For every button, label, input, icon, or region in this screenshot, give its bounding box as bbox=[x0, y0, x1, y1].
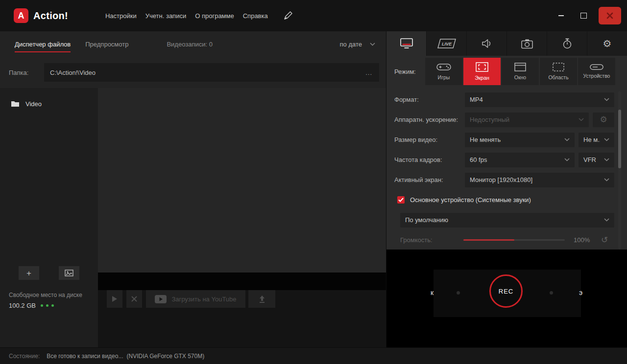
video-size-value: Не менять bbox=[470, 136, 501, 143]
free-space-value: 100.2 GB bbox=[9, 302, 36, 309]
file-manager-tab-bar: Диспетчер файлов Предпросмотр Видеозапис… bbox=[0, 31, 386, 57]
timeline-strip bbox=[98, 273, 386, 290]
disk-status-dots-icon bbox=[41, 304, 54, 307]
tab-file-manager[interactable]: Диспетчер файлов bbox=[15, 41, 71, 48]
disk-space-info: Свободное место на диске 100.2 GB bbox=[9, 292, 82, 309]
upload-to-youtube-button[interactable]: Загрузить на YouTube bbox=[146, 290, 245, 308]
video-size-secondary-dropdown[interactable]: Не м... bbox=[579, 133, 614, 147]
folder-item-label: Video bbox=[25, 100, 42, 108]
import-media-button[interactable] bbox=[59, 266, 79, 280]
tab-benchmark[interactable] bbox=[547, 31, 587, 56]
hud-dot-icon bbox=[457, 291, 460, 295]
framerate-mode-dropdown[interactable]: VFR bbox=[579, 153, 614, 167]
delete-x-icon bbox=[131, 296, 137, 302]
sort-label: по дате bbox=[340, 41, 362, 48]
recordings-count: Видеозаписи: 0 bbox=[167, 41, 213, 48]
mode-games-button[interactable]: Игры bbox=[425, 58, 462, 85]
hw-accel-value: Недоступный bbox=[470, 116, 509, 123]
video-size-dropdown[interactable]: Не менять bbox=[465, 133, 575, 147]
format-dropdown[interactable]: MP4 bbox=[465, 92, 614, 107]
chevron-down-icon bbox=[370, 43, 375, 46]
screen-draw-pen-icon[interactable] bbox=[283, 10, 293, 21]
hud-dot-icon bbox=[550, 291, 553, 295]
maximize-button[interactable] bbox=[572, 6, 595, 25]
chevron-down-icon bbox=[575, 118, 584, 121]
primary-device-checkbox[interactable] bbox=[397, 196, 405, 204]
app-title: Action! bbox=[33, 10, 68, 22]
folder-label: Папка: bbox=[9, 69, 44, 76]
settings-scrollbar[interactable] bbox=[618, 91, 621, 250]
video-size-label: Размер видео: bbox=[394, 136, 437, 143]
mode-window-label: Окно bbox=[514, 74, 526, 80]
primary-device-label: Основное устройство (Системные звуки) bbox=[410, 196, 531, 204]
status-text: Все готово к записи видео... bbox=[47, 353, 123, 360]
audio-device-row: По умолчанию bbox=[386, 210, 627, 230]
mode-screen-button[interactable]: Экран bbox=[463, 58, 501, 85]
gear-icon: ⚙ bbox=[603, 39, 612, 48]
audio-settings-section: Основное устройство (Системные звуки) По… bbox=[386, 190, 627, 250]
video-size-value2: Не м... bbox=[583, 136, 600, 143]
framerate-dropdown[interactable]: 60 fps bbox=[465, 153, 575, 167]
close-button[interactable] bbox=[599, 7, 621, 24]
reset-icon: ↺ bbox=[601, 236, 608, 244]
hw-accel-settings-button[interactable]: ⚙ bbox=[593, 113, 614, 127]
monitor-record-icon bbox=[400, 38, 413, 49]
volume-slider-fill bbox=[463, 239, 514, 241]
hud-preview-area: к REC э bbox=[386, 250, 627, 347]
format-row: Формат: MP4 bbox=[386, 90, 627, 110]
browse-folder-button[interactable]: ... bbox=[364, 69, 373, 76]
recordings-toolbar: Загрузить на YouTube bbox=[107, 290, 275, 308]
menu-about[interactable]: О программе bbox=[195, 12, 234, 20]
app-logo: A Action! bbox=[14, 8, 68, 23]
recordings-list-area: Загрузить на YouTube bbox=[98, 88, 386, 347]
export-upload-button[interactable] bbox=[248, 290, 275, 308]
mode-screen-label: Экран bbox=[475, 75, 489, 81]
play-recording-button[interactable] bbox=[107, 290, 122, 308]
volume-row: Громкость: 100% ↺ bbox=[386, 230, 627, 250]
file-manager-body: Video + Свободное место на диске bbox=[0, 88, 386, 347]
file-manager-panel: Диспетчер файлов Предпросмотр Видеозапис… bbox=[0, 31, 386, 347]
rec-label: REC bbox=[499, 288, 513, 295]
action-logo-icon: A bbox=[14, 8, 28, 23]
tab-settings[interactable]: ⚙ bbox=[587, 31, 627, 56]
scrollbar-thumb[interactable] bbox=[618, 110, 621, 168]
minimize-button[interactable] bbox=[550, 6, 572, 25]
play-icon bbox=[112, 296, 118, 302]
camera-icon bbox=[521, 39, 533, 49]
mode-region-button[interactable]: Область bbox=[540, 58, 577, 85]
tab-live-streaming[interactable]: LIVE bbox=[427, 31, 467, 56]
sidebar-item-video-folder[interactable]: Video bbox=[0, 96, 98, 112]
active-screen-dropdown[interactable]: Монитор [1920x1080] bbox=[465, 173, 614, 187]
hw-accel-dropdown[interactable]: Недоступный bbox=[465, 113, 589, 127]
mode-device-label: Устройство bbox=[583, 73, 610, 79]
video-size-row: Размер видео: Не менять Не м... bbox=[386, 130, 627, 150]
window-controls bbox=[550, 6, 627, 25]
volume-slider[interactable] bbox=[463, 239, 565, 241]
mode-label: Режим: bbox=[394, 68, 416, 75]
logo-letter: A bbox=[18, 11, 24, 21]
folder-path-value: C:\Action!\Video bbox=[50, 69, 96, 76]
tab-video-recording[interactable] bbox=[386, 31, 427, 56]
volume-reset-button[interactable]: ↺ bbox=[595, 233, 614, 248]
menu-help[interactable]: Справка bbox=[243, 12, 268, 20]
tab-preview[interactable]: Предпросмотр bbox=[85, 41, 128, 48]
chevron-down-icon bbox=[600, 178, 609, 182]
menu-settings[interactable]: Настройки bbox=[105, 12, 137, 20]
minimize-icon bbox=[558, 15, 564, 16]
tab-screenshots[interactable] bbox=[507, 31, 547, 56]
mode-device-button[interactable]: Устройство bbox=[578, 58, 615, 85]
audio-device-dropdown[interactable]: По умолчанию bbox=[400, 213, 614, 228]
free-space-label: Свободное место на диске bbox=[9, 292, 82, 298]
status-bar: Состояние: Все готово к записи видео... … bbox=[0, 347, 627, 364]
capture-device-icon bbox=[590, 64, 603, 70]
sort-by-date-dropdown[interactable]: по дате bbox=[340, 41, 375, 48]
delete-recording-button[interactable] bbox=[126, 290, 142, 308]
mode-window-button[interactable]: Окно bbox=[502, 58, 539, 85]
status-gpu: (NVIDIA GeForce GTX 570M) bbox=[126, 353, 204, 360]
folder-path-input[interactable]: C:\Action!\Video ... bbox=[44, 63, 379, 82]
tab-audio-recording[interactable] bbox=[467, 31, 507, 56]
menu-accounts[interactable]: Учетн. записи bbox=[145, 12, 186, 20]
add-folder-button[interactable]: + bbox=[19, 266, 39, 280]
audio-device-value: По умолчанию bbox=[405, 216, 448, 224]
hw-accel-label: Аппаратн. ускорение: bbox=[394, 116, 458, 123]
